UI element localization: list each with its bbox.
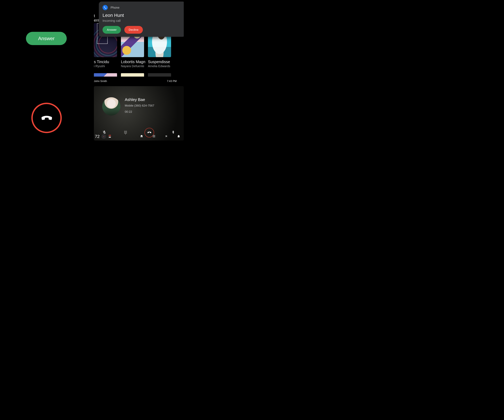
end-call-button[interactable] xyxy=(31,103,62,133)
apps-button[interactable] xyxy=(152,134,156,138)
in-call-screen: John Smith 7:43 PM Ashley Bae Mobile (36… xyxy=(94,77,184,140)
contact-avatar xyxy=(102,97,120,115)
hvac-fan-button[interactable] xyxy=(165,134,168,138)
svg-point-10 xyxy=(153,135,154,136)
album-art[interactable] xyxy=(121,73,144,77)
svg-point-12 xyxy=(155,135,155,136)
answer-button-label: Answer xyxy=(107,28,117,31)
svg-point-16 xyxy=(153,137,154,138)
phone-app-icon xyxy=(102,5,108,10)
caller-name: Leon Hunt xyxy=(102,13,124,18)
svg-point-13 xyxy=(153,136,154,137)
seat-heat-button[interactable] xyxy=(108,134,112,139)
svg-point-11 xyxy=(154,135,154,136)
answer-button[interactable]: Answer xyxy=(26,32,67,45)
svg-point-2 xyxy=(126,131,127,132)
media-title: s Tincidu xyxy=(94,60,117,64)
notifications-button[interactable] xyxy=(177,134,180,138)
media-subtitle: i Ryushi xyxy=(94,64,117,68)
album-art[interactable] xyxy=(94,73,117,77)
in-call-contact-name: Ashley Bae xyxy=(125,97,154,102)
album-art[interactable] xyxy=(148,73,171,77)
home-button[interactable] xyxy=(140,134,143,138)
status-bar-user: John Smith xyxy=(94,80,107,85)
system-nav-bar: 72 xyxy=(94,132,182,140)
svg-point-15 xyxy=(155,136,155,137)
text-fragment: t xyxy=(94,14,95,18)
decline-button-label: Decline xyxy=(129,28,138,31)
answer-button[interactable]: Answer xyxy=(102,26,121,34)
decline-button[interactable]: Decline xyxy=(124,26,143,34)
status-bar: John Smith 7:43 PM xyxy=(94,77,184,85)
notification-app-name: Phone xyxy=(111,6,120,9)
media-title: Lobortis Magn xyxy=(121,60,144,64)
media-title: Suspendisse xyxy=(148,60,171,64)
svg-point-18 xyxy=(155,137,155,138)
status-bar-time: 7:43 PM xyxy=(167,80,184,85)
in-call-contact-number: Mobile (360) 624-7567 xyxy=(125,104,154,107)
hvac-temp-increase[interactable] xyxy=(102,134,106,139)
media-subtitle: Nayara Defuente xyxy=(121,64,144,68)
in-call-duration: 00:22 xyxy=(125,110,154,114)
phone-hangup-icon xyxy=(39,110,54,126)
text-fragment: ent xyxy=(94,18,99,23)
call-status: Incoming call xyxy=(102,19,120,23)
media-subtitle: Amelia Edwards xyxy=(148,64,171,68)
hvac-driver-temp[interactable]: 72 xyxy=(95,134,100,139)
svg-point-0 xyxy=(124,131,125,132)
svg-point-1 xyxy=(125,131,126,132)
answer-button-label: Answer xyxy=(38,36,55,41)
svg-point-14 xyxy=(154,136,154,137)
incoming-call-notification: Phone Leon Hunt Incoming call Answer Dec… xyxy=(99,1,184,37)
media-row-2 xyxy=(94,73,171,77)
svg-point-17 xyxy=(154,137,154,138)
